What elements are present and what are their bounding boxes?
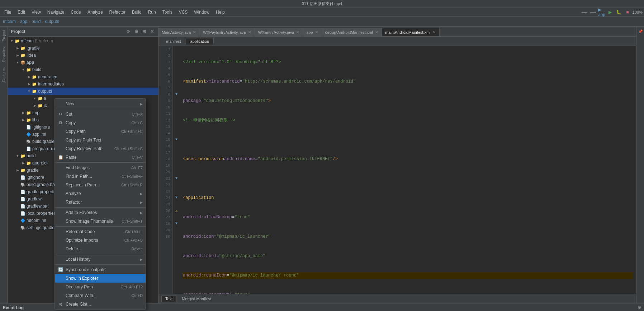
debug-button[interactable]: 🐛 [615,9,622,16]
right-strip: 📌 [636,27,644,303]
ctx-new[interactable]: New ▶ [55,99,146,108]
tab-close[interactable]: ✕ [192,30,196,34]
ctx-compare[interactable]: Compare With... Ctrl+D [55,291,146,300]
bottom-tab-text[interactable]: Text [161,296,176,302]
panel-expand-btn[interactable]: ⊞ [141,28,147,35]
tab-debug-manifest[interactable]: debug\AndroidManifest.xml ✕ [322,28,382,36]
breadcrumb-app[interactable]: app [20,19,27,24]
ctx-optimize[interactable]: Optimize Imports Ctrl+Alt+O [55,236,146,245]
tab-wxentry[interactable]: WXEntryActivity.java ✕ [255,28,303,36]
tab-wxpay[interactable]: WXPayEntryActivity.java ✕ [200,28,255,36]
tab-app[interactable]: app ✕ [303,28,322,36]
breadcrumb: mfcom › app › build › outputs [0,17,644,27]
tab-close[interactable]: ✕ [314,30,319,34]
tree-item-app-build[interactable]: ▼ 📁 build [8,66,158,73]
ctx-analyze[interactable]: Analyze ▶ [55,189,146,198]
run-button[interactable]: ▶ [607,9,614,16]
sub-tab-application[interactable]: application [186,38,214,45]
file-icon: 📄 [26,124,32,130]
sub-tab-manifest[interactable]: manifest [161,38,186,45]
toolbar-back[interactable]: ⟵ [581,9,588,16]
tab-close[interactable]: ✕ [247,30,252,34]
ctx-add-favorites[interactable]: Add to Favorites ▶ [55,208,146,217]
menu-view[interactable]: View [29,9,44,15]
ctx-copy-path[interactable]: Copy Path Ctrl+Shift+C [55,127,146,136]
app-config[interactable]: ▶ app [598,9,605,16]
tree-item-outputs[interactable]: ▼ 📁 outputs [8,88,158,95]
ctx-replace-path[interactable]: Replace in Path... Ctrl+Shift+R [55,181,146,189]
ctx-reformat[interactable]: Reformat Code Ctrl+Alt+L [55,227,146,236]
tab-mainactivity[interactable]: MainActivity.java ✕ [158,28,200,36]
ctx-delete[interactable]: Delete... Delete [55,245,146,253]
menu-tools[interactable]: Tools [160,9,175,15]
editor-tab-bar: MainActivity.java ✕ WXPayEntryActivity.j… [158,27,636,37]
menu-run[interactable]: Run [145,9,159,15]
tree-item-idea[interactable]: ▶ 📁 .idea [8,52,158,59]
toolbar-forward[interactable]: ⟶ [589,9,597,16]
menu-help[interactable]: Help [213,9,228,15]
copy-icon: ⧉ [58,120,63,126]
bottom-tab-merged[interactable]: Merged Manifest [178,296,215,302]
ctx-directory-path[interactable]: Directory Path Ctrl+Alt+F12 [55,283,146,291]
optimize-icon [58,237,63,243]
ctx-show-explorer[interactable]: Show in Explorer [55,274,146,283]
editor-area: MainActivity.java ✕ WXPayEntryActivity.j… [158,27,636,303]
event-log-settings[interactable]: ⚙ [638,305,641,310]
copy-plain-icon [58,137,63,143]
menu-code[interactable]: Code [68,9,84,15]
menu-window[interactable]: Window [191,9,212,15]
right-strip-icon-1[interactable]: 📌 [637,28,644,34]
ctx-find-usages[interactable]: Find Usages Alt+F7 [55,163,146,172]
panel-close-btn[interactable]: ✕ [149,28,155,35]
tree-label: generated [38,74,158,79]
ctx-thumbnails[interactable]: Show Image Thumbnails Ctrl+Shift+T [55,217,146,226]
ctx-local-history[interactable]: Local History ▶ [55,255,146,264]
breadcrumb-build[interactable]: build [32,19,41,24]
menu-refactor[interactable]: Refactor [106,9,128,15]
ctx-cut[interactable]: ✂ Cut Ctrl+X [55,110,146,119]
menu-navigate[interactable]: Navigate [44,9,67,15]
menu-analyze[interactable]: Analyze [85,9,106,15]
ctx-copy-plain[interactable]: Copy as Plain Text [55,136,146,144]
ctx-find-path[interactable]: Find in Path... Ctrl+Shift+F [55,172,146,181]
file-icon: 🔷 [20,218,26,223]
ctx-refactor[interactable]: Refactor ▶ [55,198,146,206]
tab-close[interactable]: ✕ [432,30,436,34]
breadcrumb-mfcom[interactable]: mfcom [3,19,16,24]
tab-close[interactable]: ✕ [295,30,300,34]
code-line: <?xml version="1.0" encoding="utf-8"?> [183,59,633,65]
tree-item-generated[interactable]: ▶ 📁 generated [8,73,158,80]
ctx-paste[interactable]: 📋 Paste Ctrl+V [55,153,146,162]
menu-vcs[interactable]: VCS [176,9,191,15]
tab-close[interactable]: ✕ [374,30,379,34]
ctx-sep-2 [55,162,146,163]
tree-item-mfcom[interactable]: ▼ 📁 mfcom E:/mfcom [8,37,158,45]
tree-arrow: ▶ [15,46,20,50]
stop-button[interactable]: ■ [624,9,631,16]
panel-sync-btn[interactable]: ⟳ [125,28,132,35]
code-editor[interactable]: 1 2 3 4 5 6 7 8 9 10 11 12 13 14 15 16 1… [158,46,636,294]
file-icon: 📄 [20,196,26,202]
ctx-copy[interactable]: ⧉ Copy Ctrl+C [55,119,146,127]
code-line: package="com.msfeng.mfcomponents"> [183,98,633,104]
tree-item-app[interactable]: ▼ 📦 app [8,59,158,66]
menu-edit[interactable]: Edit [15,9,28,15]
ctx-synchronize[interactable]: 🔄 Synchronize 'outputs' [55,265,146,274]
dir-icon [58,284,63,290]
vtab-capture[interactable]: Captures [1,65,6,84]
menu-file[interactable]: File [1,9,14,15]
tree-item-intermediates[interactable]: ▶ 📁 intermediates [8,80,158,88]
breadcrumb-outputs[interactable]: outputs [45,19,59,24]
vtab-project[interactable]: Project [1,28,6,43]
panel-settings-btn[interactable]: ⚙ [133,28,139,35]
tab-main-manifest[interactable]: main\AndroidManifest.xml ✕ [382,28,440,36]
file-icon: 📄 [20,189,26,195]
tree-item-gradle[interactable]: ▶ 📁 .gradle [8,45,158,52]
ctx-copy-relative[interactable]: Copy Relative Path Ctrl+Alt+Shift+C [55,144,146,153]
paste-icon: 📋 [58,154,63,160]
menu-build[interactable]: Build [129,9,145,15]
vtab-favorites[interactable]: Favorites [1,45,6,64]
folder-icon: 📁 [20,153,26,159]
ctx-create-gist[interactable]: ⑆ Create Gist... [55,300,146,308]
gist-icon: ⑆ [58,301,63,307]
